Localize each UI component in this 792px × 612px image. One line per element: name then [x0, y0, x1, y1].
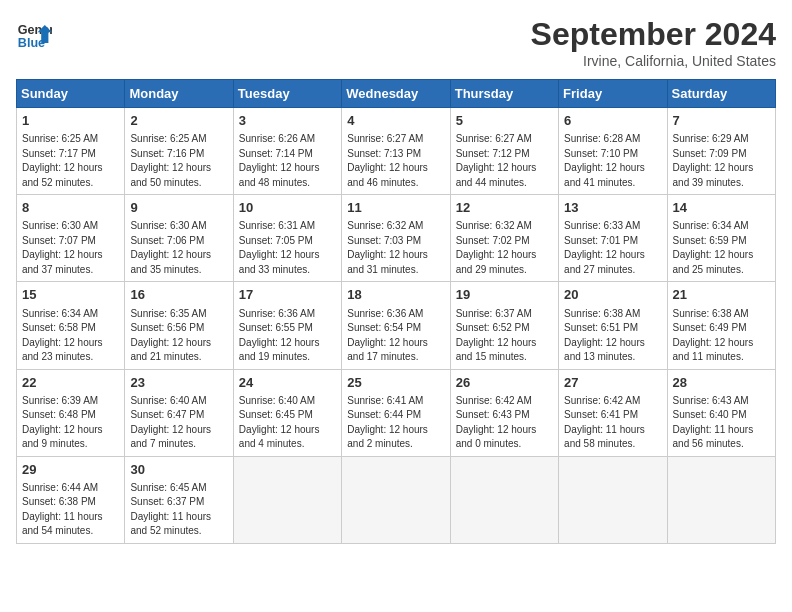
day-number: 13	[564, 199, 661, 217]
calendar-cell: 18Sunrise: 6:36 AMSunset: 6:54 PMDayligh…	[342, 282, 450, 369]
header-sunday: Sunday	[17, 80, 125, 108]
location: Irvine, California, United States	[531, 53, 776, 69]
day-number: 2	[130, 112, 227, 130]
header-monday: Monday	[125, 80, 233, 108]
day-info: Sunrise: 6:34 AMSunset: 6:58 PMDaylight:…	[22, 307, 119, 365]
day-number: 22	[22, 374, 119, 392]
day-number: 26	[456, 374, 553, 392]
title-block: September 2024 Irvine, California, Unite…	[531, 16, 776, 69]
day-number: 4	[347, 112, 444, 130]
day-number: 6	[564, 112, 661, 130]
logo: General Blue	[16, 16, 52, 52]
day-number: 24	[239, 374, 336, 392]
header-wednesday: Wednesday	[342, 80, 450, 108]
week-row-4: 22Sunrise: 6:39 AMSunset: 6:48 PMDayligh…	[17, 369, 776, 456]
day-number: 20	[564, 286, 661, 304]
header-thursday: Thursday	[450, 80, 558, 108]
calendar-cell: 17Sunrise: 6:36 AMSunset: 6:55 PMDayligh…	[233, 282, 341, 369]
day-info: Sunrise: 6:30 AMSunset: 7:07 PMDaylight:…	[22, 219, 119, 277]
calendar-cell: 4Sunrise: 6:27 AMSunset: 7:13 PMDaylight…	[342, 108, 450, 195]
day-number: 9	[130, 199, 227, 217]
calendar-cell: 27Sunrise: 6:42 AMSunset: 6:41 PMDayligh…	[559, 369, 667, 456]
calendar-cell	[559, 456, 667, 543]
calendar-cell: 15Sunrise: 6:34 AMSunset: 6:58 PMDayligh…	[17, 282, 125, 369]
day-number: 1	[22, 112, 119, 130]
day-info: Sunrise: 6:36 AMSunset: 6:54 PMDaylight:…	[347, 307, 444, 365]
day-info: Sunrise: 6:44 AMSunset: 6:38 PMDaylight:…	[22, 481, 119, 539]
calendar-cell: 30Sunrise: 6:45 AMSunset: 6:37 PMDayligh…	[125, 456, 233, 543]
calendar-cell: 22Sunrise: 6:39 AMSunset: 6:48 PMDayligh…	[17, 369, 125, 456]
day-info: Sunrise: 6:32 AMSunset: 7:02 PMDaylight:…	[456, 219, 553, 277]
day-number: 16	[130, 286, 227, 304]
day-info: Sunrise: 6:42 AMSunset: 6:41 PMDaylight:…	[564, 394, 661, 452]
day-number: 12	[456, 199, 553, 217]
day-info: Sunrise: 6:36 AMSunset: 6:55 PMDaylight:…	[239, 307, 336, 365]
day-info: Sunrise: 6:28 AMSunset: 7:10 PMDaylight:…	[564, 132, 661, 190]
day-number: 23	[130, 374, 227, 392]
day-info: Sunrise: 6:27 AMSunset: 7:12 PMDaylight:…	[456, 132, 553, 190]
calendar-cell	[342, 456, 450, 543]
day-number: 27	[564, 374, 661, 392]
day-number: 11	[347, 199, 444, 217]
week-row-1: 1Sunrise: 6:25 AMSunset: 7:17 PMDaylight…	[17, 108, 776, 195]
day-number: 15	[22, 286, 119, 304]
day-number: 8	[22, 199, 119, 217]
day-number: 3	[239, 112, 336, 130]
day-number: 28	[673, 374, 770, 392]
header-row: SundayMondayTuesdayWednesdayThursdayFrid…	[17, 80, 776, 108]
day-number: 25	[347, 374, 444, 392]
day-number: 5	[456, 112, 553, 130]
day-info: Sunrise: 6:38 AMSunset: 6:49 PMDaylight:…	[673, 307, 770, 365]
day-info: Sunrise: 6:30 AMSunset: 7:06 PMDaylight:…	[130, 219, 227, 277]
day-info: Sunrise: 6:27 AMSunset: 7:13 PMDaylight:…	[347, 132, 444, 190]
calendar-cell: 24Sunrise: 6:40 AMSunset: 6:45 PMDayligh…	[233, 369, 341, 456]
calendar-cell	[667, 456, 775, 543]
calendar-cell: 21Sunrise: 6:38 AMSunset: 6:49 PMDayligh…	[667, 282, 775, 369]
calendar-cell: 7Sunrise: 6:29 AMSunset: 7:09 PMDaylight…	[667, 108, 775, 195]
calendar-cell: 11Sunrise: 6:32 AMSunset: 7:03 PMDayligh…	[342, 195, 450, 282]
calendar-cell: 1Sunrise: 6:25 AMSunset: 7:17 PMDaylight…	[17, 108, 125, 195]
calendar-cell: 23Sunrise: 6:40 AMSunset: 6:47 PMDayligh…	[125, 369, 233, 456]
calendar-cell: 3Sunrise: 6:26 AMSunset: 7:14 PMDaylight…	[233, 108, 341, 195]
day-info: Sunrise: 6:41 AMSunset: 6:44 PMDaylight:…	[347, 394, 444, 452]
day-info: Sunrise: 6:40 AMSunset: 6:47 PMDaylight:…	[130, 394, 227, 452]
calendar-cell: 25Sunrise: 6:41 AMSunset: 6:44 PMDayligh…	[342, 369, 450, 456]
page-header: General Blue September 2024 Irvine, Cali…	[16, 16, 776, 69]
header-tuesday: Tuesday	[233, 80, 341, 108]
calendar-cell: 9Sunrise: 6:30 AMSunset: 7:06 PMDaylight…	[125, 195, 233, 282]
day-number: 21	[673, 286, 770, 304]
svg-text:Blue: Blue	[18, 36, 45, 50]
day-info: Sunrise: 6:38 AMSunset: 6:51 PMDaylight:…	[564, 307, 661, 365]
calendar-cell: 12Sunrise: 6:32 AMSunset: 7:02 PMDayligh…	[450, 195, 558, 282]
calendar-cell: 2Sunrise: 6:25 AMSunset: 7:16 PMDaylight…	[125, 108, 233, 195]
calendar-cell: 13Sunrise: 6:33 AMSunset: 7:01 PMDayligh…	[559, 195, 667, 282]
day-number: 10	[239, 199, 336, 217]
calendar-cell: 10Sunrise: 6:31 AMSunset: 7:05 PMDayligh…	[233, 195, 341, 282]
week-row-3: 15Sunrise: 6:34 AMSunset: 6:58 PMDayligh…	[17, 282, 776, 369]
header-friday: Friday	[559, 80, 667, 108]
calendar-cell: 6Sunrise: 6:28 AMSunset: 7:10 PMDaylight…	[559, 108, 667, 195]
week-row-5: 29Sunrise: 6:44 AMSunset: 6:38 PMDayligh…	[17, 456, 776, 543]
day-number: 19	[456, 286, 553, 304]
month-title: September 2024	[531, 16, 776, 53]
calendar-cell: 28Sunrise: 6:43 AMSunset: 6:40 PMDayligh…	[667, 369, 775, 456]
day-number: 7	[673, 112, 770, 130]
day-info: Sunrise: 6:25 AMSunset: 7:17 PMDaylight:…	[22, 132, 119, 190]
day-info: Sunrise: 6:37 AMSunset: 6:52 PMDaylight:…	[456, 307, 553, 365]
calendar-cell: 26Sunrise: 6:42 AMSunset: 6:43 PMDayligh…	[450, 369, 558, 456]
calendar-cell: 14Sunrise: 6:34 AMSunset: 6:59 PMDayligh…	[667, 195, 775, 282]
day-info: Sunrise: 6:43 AMSunset: 6:40 PMDaylight:…	[673, 394, 770, 452]
calendar-cell: 20Sunrise: 6:38 AMSunset: 6:51 PMDayligh…	[559, 282, 667, 369]
day-info: Sunrise: 6:32 AMSunset: 7:03 PMDaylight:…	[347, 219, 444, 277]
day-info: Sunrise: 6:45 AMSunset: 6:37 PMDaylight:…	[130, 481, 227, 539]
calendar-table: SundayMondayTuesdayWednesdayThursdayFrid…	[16, 79, 776, 544]
calendar-cell: 5Sunrise: 6:27 AMSunset: 7:12 PMDaylight…	[450, 108, 558, 195]
calendar-cell	[450, 456, 558, 543]
day-info: Sunrise: 6:31 AMSunset: 7:05 PMDaylight:…	[239, 219, 336, 277]
calendar-cell: 8Sunrise: 6:30 AMSunset: 7:07 PMDaylight…	[17, 195, 125, 282]
day-info: Sunrise: 6:26 AMSunset: 7:14 PMDaylight:…	[239, 132, 336, 190]
day-info: Sunrise: 6:29 AMSunset: 7:09 PMDaylight:…	[673, 132, 770, 190]
day-info: Sunrise: 6:35 AMSunset: 6:56 PMDaylight:…	[130, 307, 227, 365]
header-saturday: Saturday	[667, 80, 775, 108]
day-info: Sunrise: 6:39 AMSunset: 6:48 PMDaylight:…	[22, 394, 119, 452]
